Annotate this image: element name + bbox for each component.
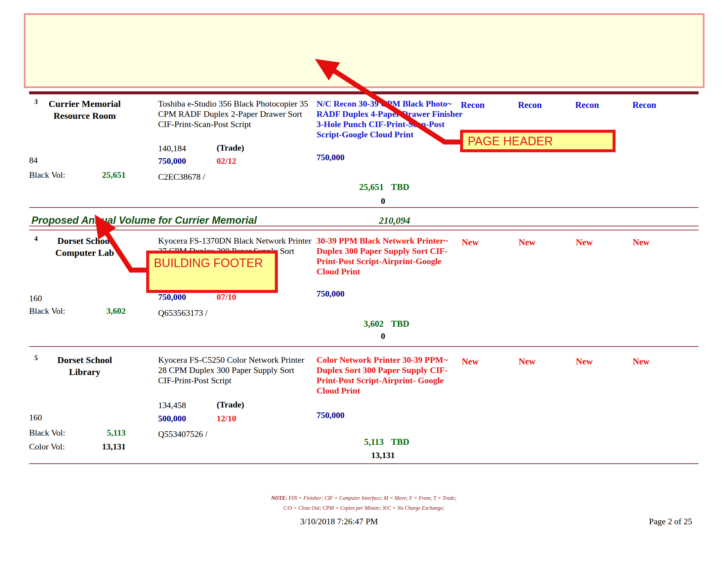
room-name: Dorset School Library (42, 354, 127, 378)
present-meter-value: 134,458 (158, 400, 186, 411)
students-count: 160 (29, 412, 42, 423)
tbd-flag: TBD (391, 319, 409, 329)
building-footer-callout: BUILDING FOOTER (146, 250, 278, 293)
projected-color-value: 0 (363, 331, 403, 341)
first-year-equipment-desc: N/C Recon 30-39 CPM Black Photo~ RADF Du… (317, 99, 472, 140)
estimated-life-value: 750,000 (158, 156, 186, 166)
page-header-callout-label: PAGE HEADER (468, 134, 553, 148)
year2-action: New (462, 237, 479, 247)
year5-action: Recon (632, 100, 656, 110)
page-header-callout: PAGE HEADER (460, 130, 616, 152)
building-footer-callout-label: BUILDING FOOTER (154, 256, 263, 270)
year4-action: Recon (575, 100, 599, 110)
year2-action: Recon (461, 100, 485, 110)
students-count: 84 (29, 155, 38, 165)
serial-number-value: Q653563173 / (158, 308, 208, 318)
report-page: SU 06 Bennington Rutland Present Equipme… (0, 0, 728, 563)
fy-estimated-life-value: 750,000 (317, 289, 345, 299)
black-vol-label: Black Vol: (29, 170, 65, 180)
divider (29, 346, 699, 347)
serial-number-value: Q553407526 / (158, 429, 208, 439)
divider (29, 207, 699, 208)
building-footer-label: Proposed Annual Volume for Currier Memor… (31, 214, 257, 226)
black-vol-value: 5,113 (79, 428, 126, 438)
row-number: 3 (34, 98, 38, 106)
black-vol-value: 3,602 (79, 306, 126, 316)
page-number: Page 2 of 25 (649, 516, 692, 527)
present-equipment-desc: Kyocera FS-C5250 Color Network Printer 2… (158, 355, 315, 386)
students-count: 160 (29, 293, 42, 304)
fy-estimated-life-value: 750,000 (317, 152, 345, 162)
tbd-flag: TBD (391, 182, 409, 192)
row-number: 5 (34, 354, 38, 362)
year4-action: New (576, 357, 593, 367)
projected-color-value: 13,131 (357, 450, 409, 460)
report-header-band (24, 13, 705, 88)
year5-action: New (633, 357, 650, 367)
year2-action: New (462, 357, 479, 367)
serial-number-value: C2EC38678 / (158, 172, 205, 182)
year3-action: Recon (518, 100, 542, 110)
divider (29, 230, 699, 230)
estimated-life-value: 750,000 (158, 292, 186, 302)
room-name: Dorset School Computer Lab (42, 235, 127, 259)
black-vol-label: Black Vol: (29, 306, 65, 316)
black-vol-value: 25,651 (79, 170, 126, 180)
date-introduced-value: 07/10 (217, 292, 236, 302)
color-vol-label: Color Vol: (29, 442, 65, 452)
row-number: 4 (34, 235, 38, 242)
header-rule (29, 91, 699, 94)
fy-estimated-life-value: 750,000 (317, 410, 345, 420)
year3-action: New (519, 357, 535, 367)
date-introduced-value: 02/12 (217, 156, 236, 166)
black-vol-label: Black Vol: (29, 428, 65, 438)
projected-black-value: 3,602 (334, 319, 384, 329)
projected-color-value: 0 (363, 196, 403, 206)
note-line-1: NOTE: FIN = Finisher; CIF = Computer Int… (116, 495, 612, 501)
date-introduced-value: 12/10 (217, 413, 236, 424)
note-line-2: C/O = Close Out; CPM = Copies per Minute… (116, 505, 612, 511)
trade-flag: (Trade) (217, 143, 244, 153)
divider (29, 226, 699, 226)
room-name: Currier Memorial Resource Room (42, 98, 127, 122)
present-meter-value: 140,184 (158, 143, 186, 153)
year5-action: New (633, 237, 650, 247)
estimated-life-value: 500,000 (158, 413, 186, 424)
color-vol-value: 13,131 (79, 442, 126, 452)
year4-action: New (576, 237, 593, 247)
divider (29, 463, 699, 464)
note-text-1: FIN = Finisher; CIF = Computer Interface… (289, 495, 457, 501)
first-year-equipment-desc: 30-39 PPM Black Network Printer~ Duplex … (317, 236, 472, 277)
print-timestamp: 3/10/2018 7:26:47 PM (256, 516, 422, 527)
trade-flag: (Trade) (217, 400, 244, 410)
present-equipment-desc: Toshiba e-Studio 356 Black Photocopier 3… (158, 99, 315, 129)
first-year-equipment-desc: Color Network Printer 30-39 PPM~ Duplex … (317, 355, 472, 396)
year3-action: New (519, 237, 535, 247)
building-footer-total: 210,094 (344, 215, 410, 226)
note-label: NOTE: (271, 495, 287, 501)
projected-black-value: 5,113 (334, 437, 384, 447)
tbd-flag: TBD (391, 437, 409, 447)
projected-black-value: 25,651 (334, 182, 384, 192)
